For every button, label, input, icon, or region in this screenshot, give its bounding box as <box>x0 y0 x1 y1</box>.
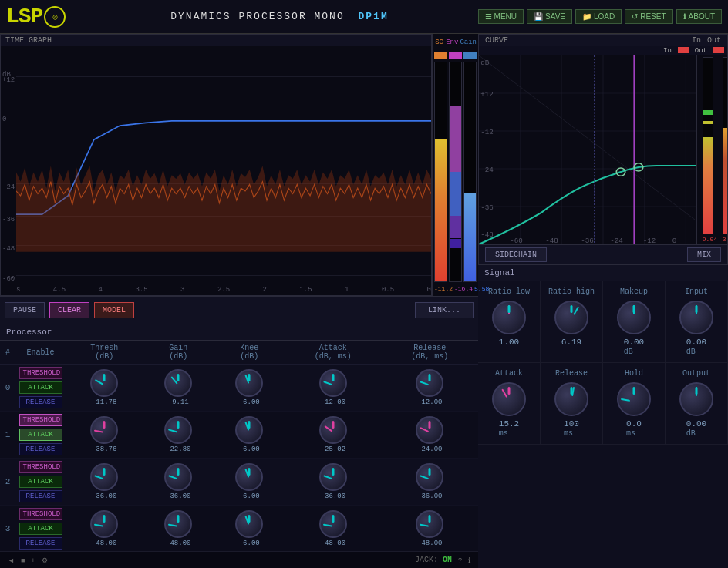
knob-attack-2[interactable] <box>319 463 347 491</box>
attack-btn-1[interactable]: ATTACK <box>19 429 62 441</box>
sc-meter <box>434 62 447 282</box>
settings-button[interactable]: ⚙ <box>39 555 51 566</box>
knob-ratio-high[interactable] <box>554 301 588 334</box>
knob-thresh-1[interactable] <box>90 416 118 444</box>
knob-thresh-0[interactable] <box>90 369 118 397</box>
knob-attack-0[interactable] <box>319 369 347 397</box>
gain-meter-fill <box>464 193 476 281</box>
in-meter-fill <box>703 137 713 234</box>
signal-cell-hold: Hold 0.0 ms <box>603 363 666 445</box>
knob-release-1[interactable] <box>416 416 443 444</box>
info-button[interactable]: ℹ <box>465 555 474 566</box>
threshold-btn-0[interactable]: THRESHOLD <box>19 367 62 379</box>
knob-gain-2[interactable] <box>164 463 192 491</box>
signal-cell-release: Release 100 ms <box>541 363 603 445</box>
knob-thresh-2[interactable] <box>90 463 118 491</box>
row-3-knee: -6.00 <box>214 506 285 552</box>
release-btn-1[interactable]: RELEASE <box>19 443 62 455</box>
knob-release-3[interactable] <box>416 510 443 538</box>
signal-cell-makeup: Makeup 0.00 dB <box>603 281 666 363</box>
row-3-thresh: -48.00 <box>66 506 143 552</box>
fwd-button[interactable]: ■ <box>18 555 28 566</box>
release-btn-3[interactable]: RELEASE <box>19 537 62 550</box>
signal-cell-ratio-high: Ratio high 6.19 <box>541 281 603 363</box>
knob-makeup[interactable] <box>617 301 651 334</box>
save-button[interactable]: 💾 SAVE <box>527 9 572 24</box>
sidechain-button[interactable]: SIDECHAIN <box>485 247 547 262</box>
row-1-release: -24.00 <box>382 412 478 459</box>
threshold-btn-2[interactable]: THRESHOLD <box>19 461 62 473</box>
menu-button[interactable]: ☰ MENU <box>478 9 524 24</box>
knob-gain-1[interactable] <box>164 416 192 444</box>
row-0-enable: THRESHOLD ATTACK RELEASE <box>15 365 66 412</box>
knob-input[interactable] <box>679 301 713 334</box>
knob-knee-0[interactable] <box>235 369 263 397</box>
knob-indicator <box>94 475 103 479</box>
back-button[interactable]: ◄ <box>5 555 18 566</box>
knob-attack-3[interactable] <box>319 510 347 538</box>
input-value: 0.00 dB <box>686 338 706 356</box>
knob-indicator <box>696 305 697 314</box>
processor-table: # Enable Thresh(dB) Gain(dB) Knee(dB) At… <box>0 341 478 551</box>
knob-release-0[interactable] <box>416 369 443 397</box>
help-button[interactable]: ? <box>455 555 465 566</box>
knob-indicator <box>245 469 250 478</box>
model-button[interactable]: MODEL <box>94 302 134 318</box>
plugin-id: DP1M <box>359 11 389 22</box>
knob-release-signal[interactable] <box>554 382 588 416</box>
knob-indicator <box>323 524 332 527</box>
graph-canvas: dB +12 0 -24 -36 -48 -60 <box>1 46 431 295</box>
knob-ratio-low[interactable] <box>492 301 526 334</box>
add-button[interactable]: + <box>28 555 38 566</box>
knob-gain-3[interactable] <box>164 510 192 538</box>
knob-release-2[interactable] <box>416 463 443 491</box>
reset-button[interactable]: ↺ RESET <box>625 9 672 24</box>
knob-hold[interactable] <box>617 382 651 416</box>
knob-knee-3[interactable] <box>235 510 263 538</box>
knob-attack-signal[interactable] <box>492 382 526 416</box>
knob-output[interactable] <box>679 382 713 416</box>
curve-header: CURVE In Out <box>479 35 727 46</box>
curve-plot-area: dB +12 -12 -24 -36 -48 -60 -48 -36 -24 -… <box>479 55 727 244</box>
row-3-attack: -48.00 <box>285 506 381 552</box>
link-button[interactable]: LINK... <box>415 302 474 318</box>
attack-btn-2[interactable]: ATTACK <box>19 476 62 488</box>
in-out-meters: -9.04 -3.67 <box>696 55 727 244</box>
threshold-btn-3[interactable]: THRESHOLD <box>19 508 62 520</box>
knob-indicator <box>696 387 697 396</box>
col-attack: Attack(dB, ms) <box>285 341 381 365</box>
gain-value: 5.58 <box>474 285 489 294</box>
attack-value-3: -48.00 <box>321 539 345 547</box>
env-blue-section <box>450 172 461 216</box>
attack-btn-0[interactable]: ATTACK <box>19 381 62 394</box>
knob-cell-attack-3: -48.00 <box>288 510 378 547</box>
attack-btn-3[interactable]: ATTACK <box>19 523 62 535</box>
pause-button[interactable]: PAUSE <box>5 302 45 318</box>
knee-value-3: -6.00 <box>239 539 260 547</box>
svg-text:-60: -60 <box>510 237 523 244</box>
knee-value-1: -6.00 <box>239 445 260 453</box>
x-axis-labels: s4.543.532.521.510.50 <box>16 286 431 294</box>
clear-button[interactable]: CLEAR <box>49 302 89 318</box>
signal-cell-output: Output 0.00 dB <box>666 363 728 445</box>
release-btn-0[interactable]: RELEASE <box>19 396 62 408</box>
release-btn-2[interactable]: RELEASE <box>19 490 62 502</box>
knob-thresh-3[interactable] <box>90 510 118 538</box>
knob-attack-1[interactable] <box>319 416 347 444</box>
attack-signal-value: 15.2 ms <box>499 419 519 438</box>
col-knee: Knee(dB) <box>214 341 285 365</box>
sc-indicator <box>434 52 447 59</box>
knob-indicator <box>508 305 510 314</box>
row-1-enable: THRESHOLD ATTACK RELEASE <box>15 412 66 459</box>
load-button[interactable]: 📁 LOAD <box>575 9 622 24</box>
knob-knee-2[interactable] <box>235 463 263 491</box>
row-0-gain: -9.11 <box>143 365 214 412</box>
threshold-btn-1[interactable]: THRESHOLD <box>19 414 62 426</box>
row-2-gain: -36.00 <box>143 459 214 506</box>
about-button[interactable]: ℹ ABOUT <box>676 9 722 24</box>
out-meter-bar <box>723 57 727 234</box>
knob-gain-0[interactable] <box>164 369 192 397</box>
mix-button[interactable]: MIX <box>687 247 721 262</box>
knob-indicator <box>168 475 177 479</box>
knob-knee-1[interactable] <box>235 416 263 444</box>
